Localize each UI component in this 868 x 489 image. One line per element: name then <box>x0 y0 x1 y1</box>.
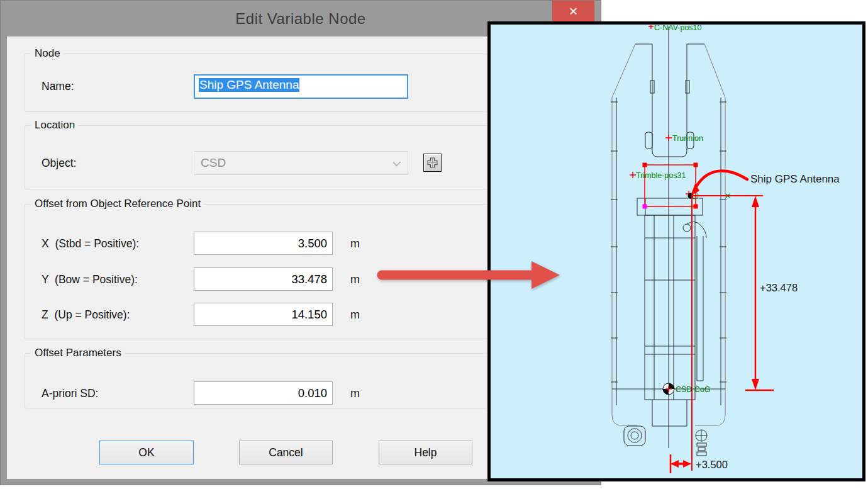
trimble-marker <box>630 172 636 178</box>
reference-point-markers <box>630 25 692 392</box>
cnav-label: C-NAV-pos10 <box>654 25 702 32</box>
apriori-sd-row: A-priori SD: <box>42 381 98 405</box>
object-row: Object: <box>42 151 76 175</box>
offset-x-row: X (Stbd = Positive): <box>42 232 139 256</box>
name-label: Name: <box>42 80 74 93</box>
cancel-button[interactable]: Cancel <box>239 441 333 464</box>
y-dimension-arrow-down <box>752 379 759 390</box>
apriori-sd-unit: m <box>350 387 360 400</box>
trunnion-marker <box>665 135 672 141</box>
dimension-annotations <box>670 196 774 473</box>
name-input[interactable]: Ship GPS Antenna <box>194 74 408 99</box>
apriori-sd-input[interactable]: 0.010 <box>194 381 333 405</box>
offset-z-input[interactable]: 14.150 <box>194 303 333 326</box>
apriori-sd-value: 0.010 <box>298 386 327 400</box>
location-group-label: Location <box>31 119 79 132</box>
trunnion-label: Trunnion <box>672 134 703 143</box>
y-dimension-value: +33.478 <box>760 282 798 293</box>
offset-y-unit-row: m <box>350 267 360 291</box>
offset-x-unit-row: m <box>350 232 360 256</box>
offset-x-label: X (Stbd = Positive): <box>42 237 139 250</box>
point-labels: C-NAV-pos10 Trunnion Trimble-pos31 CSD C… <box>636 25 711 394</box>
selection-handle-top-left[interactable] <box>643 163 647 167</box>
object-label: Object: <box>42 157 76 170</box>
trimble-label: Trimble-pos31 <box>636 171 686 180</box>
apriori-sd-label: A-priori SD: <box>42 387 98 400</box>
grid-plus-icon <box>427 157 438 168</box>
help-button[interactable]: Help <box>379 441 472 464</box>
connector-arrowhead <box>531 261 560 289</box>
x-dimension-arrow-right <box>683 460 691 468</box>
antenna-callout-arrow <box>691 171 747 196</box>
offset-parameters-group-label: Offset Parameters <box>31 347 125 359</box>
offset-y-label: Y (Bow = Positive): <box>42 273 138 286</box>
offset-x-input[interactable]: 3.500 <box>194 232 333 255</box>
cnav-marker <box>648 25 654 29</box>
x-dimension-value: +3.500 <box>696 459 728 470</box>
offset-y-value: 33.478 <box>291 273 327 286</box>
name-input-selected-text: Ship GPS Antenna <box>199 78 299 92</box>
close-button[interactable]: × <box>552 1 594 21</box>
offset-z-unit: m <box>350 308 360 322</box>
offset-z-value: 14.150 <box>291 308 327 322</box>
offset-z-label: Z (Up = Positive): <box>42 308 130 322</box>
offset-y-row: Y (Bow = Positive): <box>42 267 138 291</box>
offset-y-input[interactable]: 33.478 <box>194 267 333 291</box>
object-combobox[interactable]: CSD <box>194 151 408 175</box>
close-icon: × <box>569 4 577 19</box>
ok-button[interactable]: OK <box>99 441 194 464</box>
chevron-down-icon <box>392 158 401 166</box>
node-group-label: Node <box>31 47 64 60</box>
offset-y-unit: m <box>350 273 360 286</box>
y-dimension-arrow-up <box>752 196 759 207</box>
apriori-sd-unit-row: m <box>350 381 360 405</box>
selection-handle-top-right[interactable] <box>694 163 698 167</box>
antenna-callout-label: Ship GPS Antenna <box>750 173 840 185</box>
x-dimension-arrow-left <box>670 460 679 468</box>
object-picker-button[interactable] <box>423 154 442 172</box>
name-row: Name: <box>42 74 74 98</box>
dialog-to-diagram-arrow <box>376 257 564 294</box>
ship-plan-view-panel: C-NAV-pos10 Trunnion Trimble-pos31 CSD C… <box>487 21 865 481</box>
offset-x-value: 3.500 <box>298 237 327 250</box>
offset-group-label: Offset from Object Reference Point <box>31 198 204 210</box>
offset-z-unit-row: m <box>350 303 360 327</box>
screenshot-stage: Edit Variable Node Node Name: Ship GPS A… <box>0 0 868 489</box>
cog-label: CSD CoG <box>676 385 711 394</box>
offset-x-unit: m <box>350 237 360 250</box>
selection-handle-bottom-left[interactable] <box>643 205 647 209</box>
offset-z-row: Z (Up = Positive): <box>42 303 130 327</box>
object-combobox-value: CSD <box>201 156 226 170</box>
selection-handle-bottom-right[interactable] <box>694 205 698 209</box>
selection-rectangle[interactable] <box>643 163 698 209</box>
ship-plan-view-drawing: C-NAV-pos10 Trunnion Trimble-pos31 CSD C… <box>491 25 862 478</box>
